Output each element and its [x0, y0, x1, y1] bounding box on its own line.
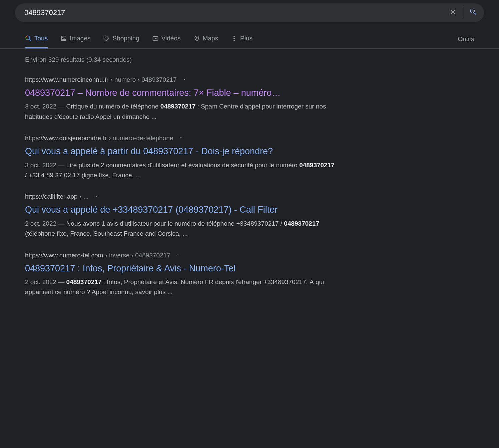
tab-more[interactable]: Plus: [231, 35, 253, 48]
result-stats: Environ 329 résultats (0,34 secondes): [25, 56, 474, 63]
search-result: https://www.numero-tel.com › inverse › 0…: [25, 252, 335, 297]
caret-down-icon[interactable]: [91, 193, 99, 200]
snippet-date: 3 oct. 2022: [25, 103, 56, 110]
search-actions: [449, 7, 477, 18]
result-breadcrumb[interactable]: https://www.numeroinconnu.fr › numero › …: [25, 76, 335, 83]
breadcrumb-domain: https://callfilter.app: [25, 193, 77, 200]
svg-point-7: [233, 38, 234, 39]
result-breadcrumb[interactable]: https://www.numero-tel.com › inverse › 0…: [25, 252, 335, 259]
tabs: Tous Images Shopping Vidéos Maps: [25, 35, 253, 48]
tab-all[interactable]: Tous: [25, 35, 48, 48]
result-snippet: 3 oct. 2022 — Lire plus de 2 commentaire…: [25, 160, 335, 181]
svg-point-2: [62, 37, 63, 38]
result-title[interactable]: 0489370217 – Nombre de commentaires: 7× …: [25, 87, 335, 99]
result-snippet: 2 oct. 2022 — Nous avons 1 avis d'utilis…: [25, 219, 335, 239]
search-icon[interactable]: [469, 8, 477, 17]
results-list: https://www.numeroinconnu.fr › numero › …: [25, 76, 474, 297]
result-breadcrumb[interactable]: https://www.doisjerepondre.fr › numero-d…: [25, 135, 335, 142]
search-result: https://www.numeroinconnu.fr › numero › …: [25, 76, 335, 122]
search-input[interactable]: [22, 8, 449, 17]
tag-icon: [103, 35, 110, 42]
tools-link[interactable]: Outils: [458, 35, 474, 48]
svg-point-5: [196, 37, 197, 38]
breadcrumb-path: › numero › 0489370217: [110, 76, 177, 83]
svg-point-3: [105, 37, 106, 38]
clear-icon[interactable]: [449, 8, 457, 17]
breadcrumb-domain: https://www.numero-tel.com: [25, 252, 103, 259]
tabs-row: Tous Images Shopping Vidéos Maps: [0, 35, 499, 49]
tab-label: Plus: [240, 35, 253, 42]
snippet-date: 3 oct. 2022: [25, 162, 56, 169]
tab-label: Shopping: [112, 35, 139, 42]
result-title[interactable]: Qui vous a appelé à partir du 0489370217…: [25, 145, 335, 157]
caret-down-icon[interactable]: [172, 252, 180, 259]
svg-point-6: [233, 36, 234, 37]
tab-maps[interactable]: Maps: [193, 35, 218, 48]
tab-label: Tous: [34, 35, 48, 42]
divider: [463, 7, 463, 18]
search-all-icon: [25, 35, 32, 42]
result-snippet: 3 oct. 2022 — Critique du numéro de télé…: [25, 101, 335, 122]
tab-label: Vidéos: [161, 35, 181, 42]
tab-videos[interactable]: Vidéos: [152, 35, 181, 48]
search-bar: [15, 3, 484, 22]
svg-point-8: [233, 40, 234, 41]
tab-shopping[interactable]: Shopping: [103, 35, 139, 48]
breadcrumb-domain: https://www.numeroinconnu.fr: [25, 76, 108, 83]
search-result: https://www.doisjerepondre.fr › numero-d…: [25, 135, 335, 180]
more-icon: [231, 35, 237, 42]
breadcrumb-path: › ...: [79, 193, 88, 200]
result-snippet: 2 oct. 2022 — 0489370217 : Infos, Propri…: [25, 277, 335, 297]
result-title[interactable]: Qui vous a appelé de +33489370217 (04893…: [25, 204, 335, 216]
breadcrumb-path: › numero-de-telephone: [109, 135, 173, 142]
result-title[interactable]: 0489370217 : Infos, Propriétaire & Avis …: [25, 262, 335, 274]
svg-line-1: [29, 39, 31, 41]
snippet-date: 2 oct. 2022: [25, 278, 56, 285]
caret-down-icon[interactable]: [179, 76, 187, 83]
tab-label: Maps: [203, 35, 218, 42]
play-icon: [152, 35, 159, 42]
tab-label: Images: [70, 35, 90, 42]
caret-down-icon[interactable]: [175, 135, 183, 142]
pin-icon: [193, 35, 200, 42]
breadcrumb-path: › inverse › 0489370217: [105, 252, 170, 259]
tab-images[interactable]: Images: [60, 35, 90, 48]
snippet-date: 2 oct. 2022: [25, 220, 56, 227]
result-breadcrumb[interactable]: https://callfilter.app › ...: [25, 193, 335, 200]
breadcrumb-domain: https://www.doisjerepondre.fr: [25, 135, 107, 142]
search-result: https://callfilter.app › ... Qui vous a …: [25, 193, 335, 239]
image-icon: [60, 35, 67, 42]
